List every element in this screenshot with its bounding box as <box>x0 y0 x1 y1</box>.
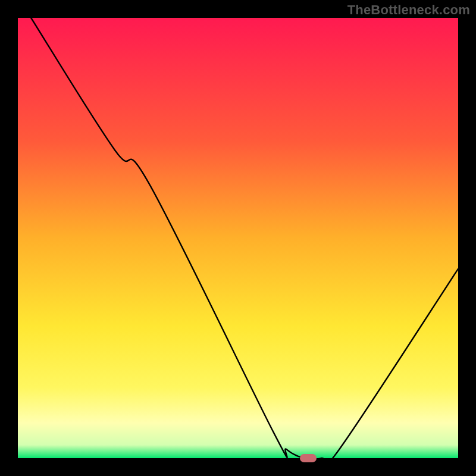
optimum-marker <box>300 454 317 462</box>
plot-area <box>18 18 458 458</box>
bottleneck-curve-plot <box>18 18 458 458</box>
chart-stage: TheBottleneck.com <box>0 0 476 476</box>
watermark-text: TheBottleneck.com <box>347 2 470 18</box>
gradient-background <box>18 18 458 458</box>
